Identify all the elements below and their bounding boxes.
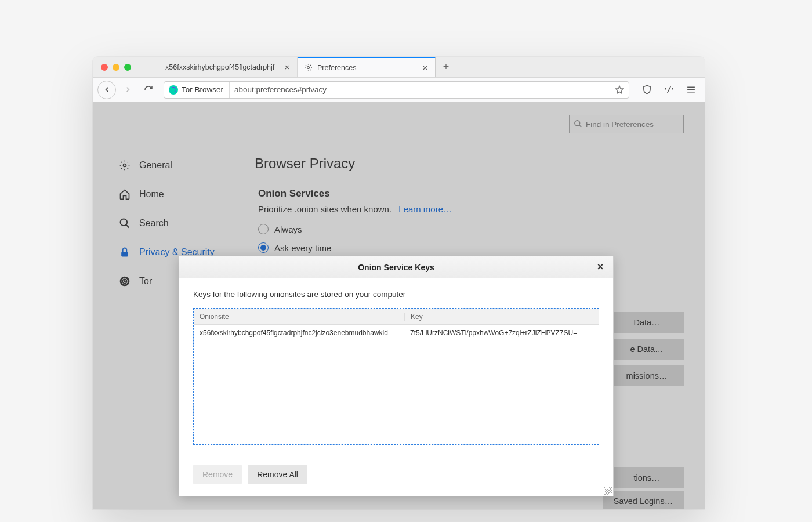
shield-icon[interactable] [637, 81, 656, 99]
hamburger-menu-icon[interactable] [682, 81, 700, 99]
tab-title: Preferences [317, 64, 416, 72]
dialog-title: Onion Service Keys [358, 263, 434, 272]
cell-onionsite: x56fxxskirhybchgpof45flgctadrphjfnc2jclz… [194, 329, 404, 337]
onion-service-keys-dialog: Onion Service Keys × Keys for the follow… [179, 256, 614, 496]
bookmark-star-icon[interactable] [615, 85, 624, 95]
svg-point-0 [307, 67, 309, 69]
resize-handle-icon[interactable] [604, 487, 612, 495]
dialog-header: Onion Service Keys × [179, 256, 613, 278]
keys-table[interactable]: Onionsite Key x56fxxskirhybchgpof45flgct… [193, 308, 599, 445]
dialog-body: Keys for the following onionsites are st… [179, 278, 613, 454]
tab-onionsite[interactable]: x56fxxskirhybchgpof45flgctadrphjf × [160, 57, 298, 77]
table-row[interactable]: x56fxxskirhybchgpof45flgctadrphjfnc2jclz… [194, 325, 599, 341]
browser-window: x56fxxskirhybchgpof45flgctadrphjf × Pref… [93, 57, 705, 509]
table-header: Onionsite Key [194, 309, 599, 325]
remove-button[interactable]: Remove [193, 465, 242, 484]
back-button[interactable] [97, 81, 116, 99]
window-controls [93, 57, 139, 77]
identity-label: Tor Browser [182, 85, 223, 94]
new-tab-button[interactable]: + [436, 57, 456, 77]
tab-strip: x56fxxskirhybchgpof45flgctadrphjf × Pref… [160, 57, 456, 77]
reload-button[interactable] [139, 81, 158, 99]
toolbar-right [635, 81, 700, 99]
url-text: about:preferences#privacy [234, 85, 327, 94]
column-onionsite[interactable]: Onionsite [194, 313, 404, 321]
cell-key: 7t5/LiUrzNCiWSTl/ppxhwWoG+7zqi+rZJlZHPVZ… [404, 329, 599, 337]
close-tab-icon[interactable]: × [421, 64, 429, 72]
content-area: General Home Search Privacy & Security T… [93, 102, 705, 509]
close-window-icon[interactable] [101, 64, 108, 71]
gear-icon [303, 63, 313, 72]
titlebar: x56fxxskirhybchgpof45flgctadrphjf × Pref… [93, 57, 705, 78]
remove-all-button[interactable]: Remove All [248, 465, 307, 484]
dialog-footer: Remove Remove All [179, 454, 613, 496]
minimize-window-icon[interactable] [113, 64, 119, 71]
close-icon[interactable]: × [594, 261, 606, 273]
tab-title: x56fxxskirhybchgpof45flgctadrphjf [165, 63, 278, 71]
tab-preferences[interactable]: Preferences × [298, 57, 436, 77]
identity-box[interactable]: Tor Browser [169, 82, 230, 98]
navigation-toolbar: Tor Browser about:preferences#privacy [93, 78, 705, 102]
column-key[interactable]: Key [404, 313, 599, 321]
dialog-description: Keys for the following onionsites are st… [193, 290, 599, 299]
zoom-window-icon[interactable] [124, 64, 131, 71]
tor-onion-icon [169, 85, 178, 95]
forward-button[interactable] [118, 81, 137, 99]
security-level-icon[interactable] [659, 81, 678, 99]
close-tab-icon[interactable]: × [283, 63, 291, 71]
urlbar-action-icons [615, 85, 624, 95]
url-bar[interactable]: Tor Browser about:preferences#privacy [164, 81, 629, 99]
